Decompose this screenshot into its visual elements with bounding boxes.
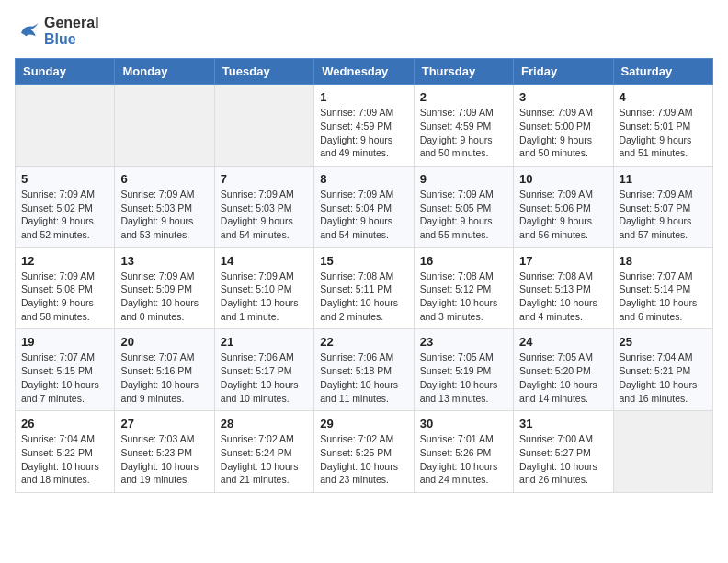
day-info: Sunrise: 7:09 AMSunset: 5:02 PMDaylight:…	[21, 188, 108, 242]
calendar-cell: 1Sunrise: 7:09 AMSunset: 4:59 PMDaylight…	[314, 85, 414, 167]
day-number: 12	[21, 254, 108, 268]
calendar-cell: 19Sunrise: 7:07 AMSunset: 5:15 PMDayligh…	[16, 329, 115, 411]
header-wednesday: Wednesday	[314, 59, 414, 85]
calendar-cell: 17Sunrise: 7:08 AMSunset: 5:13 PMDayligh…	[514, 247, 613, 329]
calendar-week-3: 12Sunrise: 7:09 AMSunset: 5:08 PMDayligh…	[16, 247, 713, 329]
day-info: Sunrise: 7:09 AMSunset: 5:03 PMDaylight:…	[120, 188, 208, 242]
day-number: 1	[320, 90, 407, 104]
day-number: 22	[320, 335, 407, 349]
day-info: Sunrise: 7:04 AMSunset: 5:21 PMDaylight:…	[620, 350, 707, 405]
day-info: Sunrise: 7:02 AMSunset: 5:25 PMDaylight:…	[320, 432, 407, 487]
day-info: Sunrise: 7:09 AMSunset: 4:59 PMDaylight:…	[420, 106, 507, 160]
day-number: 14	[221, 254, 308, 268]
calendar-week-5: 26Sunrise: 7:04 AMSunset: 5:22 PMDayligh…	[16, 411, 713, 493]
day-info: Sunrise: 7:09 AMSunset: 5:05 PMDaylight:…	[420, 188, 507, 242]
day-number: 2	[420, 90, 507, 104]
day-number: 17	[519, 254, 607, 268]
day-info: Sunrise: 7:08 AMSunset: 5:12 PMDaylight:…	[420, 270, 507, 324]
calendar-cell: 31Sunrise: 7:00 AMSunset: 5:27 PMDayligh…	[514, 411, 613, 493]
day-number: 13	[120, 254, 208, 268]
day-info: Sunrise: 7:03 AMSunset: 5:23 PMDaylight:…	[120, 432, 208, 487]
day-info: Sunrise: 7:09 AMSunset: 4:59 PMDaylight:…	[320, 106, 407, 160]
calendar-cell	[115, 85, 214, 167]
calendar-cell: 18Sunrise: 7:07 AMSunset: 5:14 PMDayligh…	[613, 247, 712, 329]
day-number: 9	[420, 172, 507, 186]
day-number: 21	[221, 335, 308, 349]
day-number: 23	[420, 335, 507, 349]
calendar-cell: 20Sunrise: 7:07 AMSunset: 5:16 PMDayligh…	[115, 329, 214, 411]
day-info: Sunrise: 7:09 AMSunset: 5:00 PMDaylight:…	[519, 106, 607, 160]
calendar-cell: 25Sunrise: 7:04 AMSunset: 5:21 PMDayligh…	[613, 329, 712, 411]
calendar-cell: 13Sunrise: 7:09 AMSunset: 5:09 PMDayligh…	[115, 247, 214, 329]
calendar-cell: 9Sunrise: 7:09 AMSunset: 5:05 PMDaylight…	[414, 166, 513, 247]
day-number: 4	[620, 90, 707, 104]
day-info: Sunrise: 7:08 AMSunset: 5:11 PMDaylight:…	[320, 270, 407, 324]
day-number: 3	[519, 90, 607, 104]
calendar-cell: 24Sunrise: 7:05 AMSunset: 5:20 PMDayligh…	[514, 329, 613, 411]
header-thursday: Thursday	[414, 59, 513, 85]
calendar-week-1: 1Sunrise: 7:09 AMSunset: 4:59 PMDaylight…	[16, 85, 713, 167]
day-info: Sunrise: 7:07 AMSunset: 5:14 PMDaylight:…	[620, 270, 707, 324]
day-info: Sunrise: 7:07 AMSunset: 5:16 PMDaylight:…	[120, 350, 208, 405]
calendar-cell: 2Sunrise: 7:09 AMSunset: 4:59 PMDaylight…	[414, 85, 513, 167]
calendar-cell: 16Sunrise: 7:08 AMSunset: 5:12 PMDayligh…	[414, 247, 513, 329]
day-info: Sunrise: 7:00 AMSunset: 5:27 PMDaylight:…	[519, 432, 607, 487]
day-info: Sunrise: 7:09 AMSunset: 5:06 PMDaylight:…	[519, 188, 607, 242]
header-monday: Monday	[115, 59, 214, 85]
calendar-cell: 12Sunrise: 7:09 AMSunset: 5:08 PMDayligh…	[16, 247, 115, 329]
page-header: General Blue	[15, 15, 713, 47]
day-number: 27	[120, 417, 208, 431]
header-sunday: Sunday	[16, 59, 115, 85]
calendar-cell: 26Sunrise: 7:04 AMSunset: 5:22 PMDayligh…	[16, 411, 115, 493]
calendar-cell: 6Sunrise: 7:09 AMSunset: 5:03 PMDaylight…	[115, 166, 214, 247]
day-info: Sunrise: 7:04 AMSunset: 5:22 PMDaylight:…	[21, 432, 108, 487]
calendar-cell: 11Sunrise: 7:09 AMSunset: 5:07 PMDayligh…	[613, 166, 712, 247]
day-number: 25	[620, 335, 707, 349]
calendar-cell: 3Sunrise: 7:09 AMSunset: 5:00 PMDaylight…	[514, 85, 613, 167]
calendar-cell: 27Sunrise: 7:03 AMSunset: 5:23 PMDayligh…	[115, 411, 214, 493]
logo-text-blue: Blue	[44, 31, 99, 48]
calendar-cell	[214, 85, 313, 167]
calendar-week-2: 5Sunrise: 7:09 AMSunset: 5:02 PMDaylight…	[16, 166, 713, 247]
calendar-cell: 22Sunrise: 7:06 AMSunset: 5:18 PMDayligh…	[314, 329, 414, 411]
day-number: 6	[120, 172, 208, 186]
day-info: Sunrise: 7:07 AMSunset: 5:15 PMDaylight:…	[21, 350, 108, 405]
calendar-week-4: 19Sunrise: 7:07 AMSunset: 5:15 PMDayligh…	[16, 329, 713, 411]
day-info: Sunrise: 7:09 AMSunset: 5:04 PMDaylight:…	[320, 188, 407, 242]
day-info: Sunrise: 7:06 AMSunset: 5:17 PMDaylight:…	[221, 350, 308, 405]
day-number: 11	[620, 172, 707, 186]
header-saturday: Saturday	[613, 59, 712, 85]
day-number: 28	[221, 417, 308, 431]
day-info: Sunrise: 7:02 AMSunset: 5:24 PMDaylight:…	[221, 432, 308, 487]
logo-icon	[15, 18, 40, 44]
day-info: Sunrise: 7:08 AMSunset: 5:13 PMDaylight:…	[519, 270, 607, 324]
calendar-cell: 30Sunrise: 7:01 AMSunset: 5:26 PMDayligh…	[414, 411, 513, 493]
calendar-cell: 14Sunrise: 7:09 AMSunset: 5:10 PMDayligh…	[214, 247, 313, 329]
calendar-cell: 4Sunrise: 7:09 AMSunset: 5:01 PMDaylight…	[613, 85, 712, 167]
day-number: 16	[420, 254, 507, 268]
day-info: Sunrise: 7:09 AMSunset: 5:10 PMDaylight:…	[221, 270, 308, 324]
day-number: 31	[519, 417, 607, 431]
calendar-cell: 5Sunrise: 7:09 AMSunset: 5:02 PMDaylight…	[16, 166, 115, 247]
day-number: 18	[620, 254, 707, 268]
day-info: Sunrise: 7:06 AMSunset: 5:18 PMDaylight:…	[320, 350, 407, 405]
day-info: Sunrise: 7:09 AMSunset: 5:09 PMDaylight:…	[120, 270, 208, 324]
calendar-cell: 23Sunrise: 7:05 AMSunset: 5:19 PMDayligh…	[414, 329, 513, 411]
header-tuesday: Tuesday	[214, 59, 313, 85]
day-number: 20	[120, 335, 208, 349]
day-info: Sunrise: 7:05 AMSunset: 5:20 PMDaylight:…	[519, 350, 607, 405]
day-number: 10	[519, 172, 607, 186]
calendar-header-row: SundayMondayTuesdayWednesdayThursdayFrid…	[16, 59, 713, 85]
calendar-cell	[613, 411, 712, 493]
day-number: 15	[320, 254, 407, 268]
day-number: 5	[21, 172, 108, 186]
calendar-cell	[16, 85, 115, 167]
logo-text-general: General	[44, 15, 99, 31]
calendar-cell: 21Sunrise: 7:06 AMSunset: 5:17 PMDayligh…	[214, 329, 313, 411]
day-info: Sunrise: 7:09 AMSunset: 5:07 PMDaylight:…	[620, 188, 707, 242]
day-number: 30	[420, 417, 507, 431]
day-number: 8	[320, 172, 407, 186]
day-info: Sunrise: 7:05 AMSunset: 5:19 PMDaylight:…	[420, 350, 507, 405]
day-info: Sunrise: 7:01 AMSunset: 5:26 PMDaylight:…	[420, 432, 507, 487]
calendar-cell: 15Sunrise: 7:08 AMSunset: 5:11 PMDayligh…	[314, 247, 414, 329]
